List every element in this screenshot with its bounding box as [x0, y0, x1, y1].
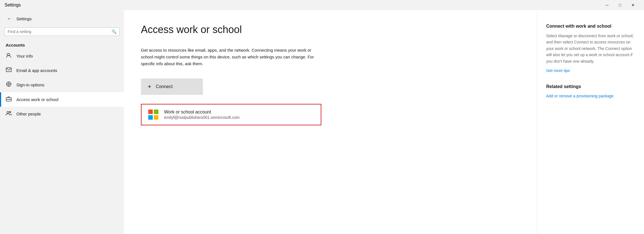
connect-section-text: Select Manage or disconnect from work or…: [546, 33, 635, 64]
account-card[interactable]: Work or school account emilyf@nodpublish…: [141, 104, 321, 125]
maximize-button[interactable]: □: [614, 0, 627, 10]
close-button[interactable]: ✕: [627, 0, 639, 10]
connect-button[interactable]: + Connect: [141, 78, 203, 95]
sidebar-item-email-app-accounts[interactable]: Email & app accounts: [0, 64, 124, 77]
svg-point-13: [7, 111, 9, 113]
email-app-accounts-label: Email & app accounts: [16, 68, 57, 73]
search-icon-button[interactable]: 🔍: [112, 29, 116, 34]
title-bar: Settings ─ □ ✕: [0, 0, 644, 10]
sidebar-item-sign-in-options[interactable]: Sign-in options: [0, 77, 124, 92]
work-school-icon: [6, 96, 12, 103]
right-panel: Connect with work and school Select Mana…: [537, 10, 644, 234]
svg-line-2: [7, 53, 8, 54]
svg-line-3: [7, 55, 8, 56]
svg-point-0: [8, 53, 10, 56]
your-info-icon: [6, 53, 12, 60]
your-info-label: Your info: [16, 54, 33, 58]
minimize-button[interactable]: ─: [601, 0, 614, 10]
title-bar-controls: ─ □ ✕: [601, 0, 639, 10]
other-people-icon: [6, 111, 12, 117]
get-more-tips-link[interactable]: Get more tips: [546, 68, 635, 73]
sidebar-item-your-info[interactable]: Your info: [0, 49, 124, 64]
page-description: Get access to resources like email, apps…: [141, 47, 321, 67]
account-email: emilyf@nodpublishers001.onmicrosoft.com: [164, 115, 240, 120]
svg-rect-4: [6, 68, 11, 72]
other-people-label: Other people: [16, 111, 41, 116]
connect-section-title: Connect with work and school: [546, 24, 635, 29]
ms-logo-green: [154, 110, 158, 114]
search-input[interactable]: [8, 29, 109, 34]
microsoft-logo: [148, 110, 158, 120]
search-box: 🔍: [5, 27, 119, 36]
ms-logo-blue: [148, 115, 153, 120]
connect-label: Connect: [156, 84, 173, 89]
ms-logo-red: [148, 110, 153, 114]
related-settings-title: Related settings: [546, 84, 635, 89]
sidebar-item-other-people[interactable]: Other people: [0, 107, 124, 121]
main-layout: ← Settings 🔍 Accounts Your info: [0, 10, 644, 234]
sidebar-header: ← Settings: [0, 12, 124, 27]
back-button[interactable]: ←: [6, 15, 13, 23]
sidebar: ← Settings 🔍 Accounts Your info: [0, 10, 124, 234]
svg-point-14: [10, 111, 11, 113]
sign-in-icon: [6, 81, 12, 88]
account-info: Work or school account emilyf@nodpublish…: [164, 110, 240, 120]
add-remove-provisioning-link[interactable]: Add or remove a provisioning package: [546, 93, 635, 99]
sign-in-options-label: Sign-in options: [16, 82, 44, 87]
sidebar-item-access-work-school[interactable]: Access work or school: [0, 92, 124, 107]
content-area: Access work or school Get access to reso…: [124, 10, 537, 234]
ms-logo-yellow: [154, 115, 158, 120]
account-name: Work or school account: [164, 110, 240, 115]
connect-plus-icon: +: [148, 83, 151, 90]
svg-point-6: [8, 83, 10, 85]
back-icon: ←: [7, 16, 12, 22]
page-title: Access work or school: [141, 24, 520, 36]
sidebar-app-title: Settings: [16, 16, 32, 21]
accounts-section-label: Accounts: [0, 40, 124, 49]
email-icon: [6, 67, 12, 73]
app-title: Settings: [5, 3, 21, 8]
access-work-school-label: Access work or school: [16, 97, 58, 102]
title-bar-left: Settings: [5, 3, 21, 8]
